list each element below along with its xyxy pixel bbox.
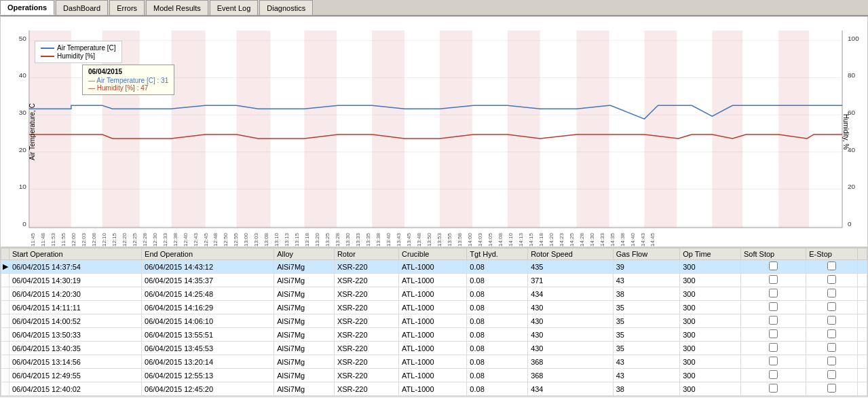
cell-end: 06/04/2015 12:45:20 xyxy=(142,382,274,396)
table-row[interactable]: 06/04/2015 14:11:11 06/04/2015 14:16:29 … xyxy=(1,301,867,314)
cell-tgt-hyd: 0.08 xyxy=(467,301,528,314)
tab-errors[interactable]: Errors xyxy=(109,0,145,15)
cell-rotor: XSR-220 xyxy=(334,355,398,369)
col-e-stop[interactable]: E-Stop xyxy=(806,249,858,260)
col-tgt-hyd[interactable]: Tgt Hyd. xyxy=(467,249,528,260)
cell-crucible: ATL-1000 xyxy=(399,314,467,328)
cell-soft-stop[interactable] xyxy=(740,382,806,396)
cell-e-stop[interactable] xyxy=(806,355,858,369)
soft-stop-checkbox[interactable] xyxy=(769,261,778,270)
svg-text:14:45: 14:45 xyxy=(649,233,656,247)
soft-stop-checkbox[interactable] xyxy=(769,329,778,338)
e-stop-checkbox[interactable] xyxy=(827,316,836,325)
cell-e-stop[interactable] xyxy=(806,382,858,396)
tab-diagnostics[interactable]: Diagnostics xyxy=(259,0,313,15)
tab-event-log[interactable]: Event Log xyxy=(210,0,259,15)
svg-text:80: 80 xyxy=(848,71,856,79)
cell-e-stop[interactable] xyxy=(806,287,858,301)
cell-crucible: ATL-1000 xyxy=(399,328,467,342)
soft-stop-checkbox[interactable] xyxy=(769,384,778,393)
svg-text:20: 20 xyxy=(848,183,856,191)
cell-start: 06/04/2015 13:14:56 xyxy=(10,355,142,369)
cell-soft-stop[interactable] xyxy=(740,328,806,342)
cell-soft-stop[interactable] xyxy=(740,369,806,382)
svg-text:13:00: 13:00 xyxy=(243,233,249,247)
cell-e-stop[interactable] xyxy=(806,342,858,355)
cell-e-stop[interactable] xyxy=(806,301,858,314)
cell-soft-stop[interactable] xyxy=(740,260,806,274)
soft-stop-checkbox[interactable] xyxy=(769,316,778,325)
cell-tgt-hyd: 0.08 xyxy=(467,287,528,301)
col-gas-flow[interactable]: Gas Flow xyxy=(613,249,679,260)
svg-text:13:43: 13:43 xyxy=(396,233,402,247)
table-row[interactable]: 06/04/2015 13:14:56 06/04/2015 13:20:14 … xyxy=(1,355,867,369)
col-op-time[interactable]: Op Time xyxy=(680,249,741,260)
table-row[interactable]: 06/04/2015 13:50:33 06/04/2015 13:55:51 … xyxy=(1,328,867,342)
e-stop-checkbox[interactable] xyxy=(827,357,836,365)
soft-stop-checkbox[interactable] xyxy=(769,370,778,379)
cell-e-stop[interactable] xyxy=(806,274,858,287)
col-crucible[interactable]: Crucible xyxy=(399,249,467,260)
soft-stop-checkbox[interactable] xyxy=(769,275,778,284)
cell-soft-stop[interactable] xyxy=(740,342,806,355)
soft-stop-checkbox[interactable] xyxy=(769,302,778,311)
e-stop-checkbox[interactable] xyxy=(827,343,836,352)
cell-alloy: AlSi7Mg xyxy=(274,342,335,355)
table-row[interactable]: 06/04/2015 12:40:02 06/04/2015 12:45:20 … xyxy=(1,382,867,396)
e-stop-checkbox[interactable] xyxy=(827,302,836,311)
soft-stop-checkbox[interactable] xyxy=(769,343,778,352)
cell-soft-stop[interactable] xyxy=(740,355,806,369)
cell-e-stop[interactable] xyxy=(806,260,858,274)
table-row[interactable]: 06/04/2015 12:49:55 06/04/2015 12:55:13 … xyxy=(1,369,867,382)
cell-end: 06/04/2015 14:16:29 xyxy=(142,301,274,314)
svg-text:14:30: 14:30 xyxy=(589,233,595,247)
soft-stop-checkbox[interactable] xyxy=(769,289,778,297)
soft-stop-checkbox[interactable] xyxy=(769,357,778,365)
cell-e-stop[interactable] xyxy=(806,328,858,342)
row-indicator xyxy=(1,355,10,369)
table-row[interactable]: 06/04/2015 14:30:19 06/04/2015 14:35:37 … xyxy=(1,274,867,287)
svg-rect-25 xyxy=(236,31,270,228)
tab-model-results[interactable]: Model Results xyxy=(146,0,208,15)
col-rotor-speed[interactable]: Rotor Speed xyxy=(528,249,614,260)
cell-rotor-speed: 430 xyxy=(528,301,614,314)
cell-gas-flow: 43 xyxy=(613,274,679,287)
cell-rotor: XSR-220 xyxy=(334,287,398,301)
cell-start: 06/04/2015 12:49:55 xyxy=(10,369,142,382)
tab-dashboard[interactable]: DashBoard xyxy=(56,0,108,15)
e-stop-checkbox[interactable] xyxy=(827,329,836,338)
cell-soft-stop[interactable] xyxy=(740,314,806,328)
e-stop-checkbox[interactable] xyxy=(827,370,836,379)
cell-crucible: ATL-1000 xyxy=(399,342,467,355)
cell-start: 06/04/2015 14:11:11 xyxy=(10,301,142,314)
col-soft-stop[interactable]: Soft Stop xyxy=(740,249,806,260)
cell-op-time: 300 xyxy=(680,382,741,396)
cell-soft-stop[interactable] xyxy=(740,287,806,301)
cell-soft-stop[interactable] xyxy=(740,301,806,314)
col-rotor[interactable]: Rotor xyxy=(334,249,398,260)
table-row[interactable]: 06/04/2015 14:20:30 06/04/2015 14:25:48 … xyxy=(1,287,867,301)
tab-operations[interactable]: Operations xyxy=(0,0,54,15)
cell-e-stop[interactable] xyxy=(806,369,858,382)
col-start[interactable]: Start Operation xyxy=(10,249,142,260)
e-stop-checkbox[interactable] xyxy=(827,384,836,393)
cell-op-time: 300 xyxy=(680,260,741,274)
table-row[interactable]: ▶ 06/04/2015 14:37:54 06/04/2015 14:43:1… xyxy=(1,260,867,274)
table-row[interactable]: 06/04/2015 14:00:52 06/04/2015 14:06:10 … xyxy=(1,314,867,328)
table-row[interactable]: 06/04/2015 13:40:35 06/04/2015 13:45:53 … xyxy=(1,342,867,355)
svg-text:13:40: 13:40 xyxy=(385,233,392,247)
cell-crucible: ATL-1000 xyxy=(399,287,467,301)
cell-rotor-speed: 368 xyxy=(528,369,614,382)
e-stop-checkbox[interactable] xyxy=(827,289,836,297)
operations-table[interactable]: Start Operation End Operation Alloy Roto… xyxy=(0,247,868,397)
svg-text:13:15: 13:15 xyxy=(294,233,300,247)
e-stop-checkbox[interactable] xyxy=(827,275,836,284)
row-indicator xyxy=(1,301,10,314)
cell-soft-stop[interactable] xyxy=(740,274,806,287)
e-stop-checkbox[interactable] xyxy=(827,261,836,270)
cell-e-stop[interactable] xyxy=(806,314,858,328)
svg-text:12:48: 12:48 xyxy=(212,233,219,247)
svg-text:12:10: 12:10 xyxy=(101,233,107,247)
col-alloy[interactable]: Alloy xyxy=(274,249,335,260)
col-end[interactable]: End Operation xyxy=(142,249,274,260)
